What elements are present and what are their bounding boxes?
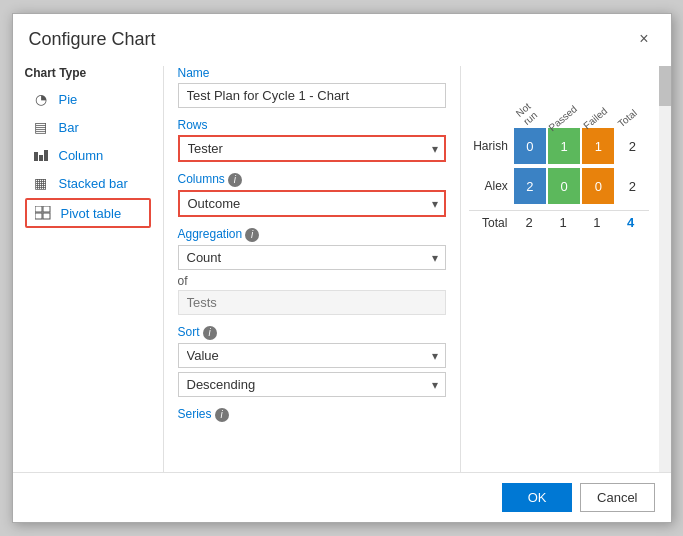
cell-alex-total: 2 [616, 168, 648, 204]
sort-info-icon: i [203, 326, 217, 340]
total-row-label: Total [469, 216, 514, 230]
table-row: Harish 0 1 1 2 [469, 128, 649, 164]
aggregation-select-wrapper: Count [178, 245, 446, 270]
sort-select-wrapper: Value [178, 343, 446, 368]
stacked-bar-icon: ▦ [31, 175, 51, 191]
row-label-alex: Alex [469, 179, 514, 193]
svg-rect-1 [39, 155, 43, 161]
aggregation-field-label: Aggregationi [178, 227, 446, 242]
dialog-footer: OK Cancel [13, 472, 671, 522]
chart-type-panel: Chart Type ◔ Pie ▤ Bar Column [13, 66, 163, 472]
ok-button[interactable]: OK [502, 483, 572, 512]
bar-label: Bar [59, 120, 79, 135]
chart-type-stacked-bar[interactable]: ▦ Stacked bar [25, 170, 151, 196]
pie-icon: ◔ [31, 91, 51, 107]
of-input [178, 290, 446, 315]
rows-select-wrapper: Tester [178, 135, 446, 162]
series-info-icon: i [215, 408, 229, 422]
scrollbar-track[interactable] [659, 66, 671, 472]
configure-chart-dialog: Configure Chart × Chart Type ◔ Pie ▤ Bar [12, 13, 672, 523]
pivot-table-icon [33, 205, 53, 221]
columns-select[interactable]: Outcome [178, 190, 446, 217]
aggregation-info-icon: i [245, 228, 259, 242]
table-row: Alex 2 0 0 2 [469, 168, 649, 204]
rows-field-label: Rows [178, 118, 446, 132]
cell-harish-total: 2 [616, 128, 648, 164]
pivot-table-preview: Not run Passed Failed Total Harish 0 1 1… [469, 74, 649, 230]
svg-rect-3 [35, 206, 42, 212]
dialog-title: Configure Chart [29, 29, 156, 50]
svg-rect-6 [43, 213, 50, 219]
dialog-header: Configure Chart × [13, 14, 671, 58]
cell-alex-failed: 0 [582, 168, 614, 204]
pie-label: Pie [59, 92, 78, 107]
of-label: of [178, 274, 446, 288]
chart-type-label: Chart Type [25, 66, 151, 80]
columns-select-wrapper: Outcome [178, 190, 446, 217]
sort-dir-select-wrapper: Descending [178, 372, 446, 397]
chart-type-bar[interactable]: ▤ Bar [25, 114, 151, 140]
sort-field-label: Sorti [178, 325, 446, 340]
bar-icon: ▤ [31, 119, 51, 135]
row-label-harish: Harish [469, 139, 514, 153]
close-button[interactable]: × [633, 28, 654, 50]
grand-total: 4 [615, 215, 647, 230]
series-field-label: Seriesi [178, 407, 446, 422]
rows-select[interactable]: Tester [178, 135, 446, 162]
pivot-total-row: Total 2 1 1 4 [469, 210, 649, 230]
chart-preview-panel: Not run Passed Failed Total Harish 0 1 1… [461, 66, 671, 472]
svg-rect-0 [34, 152, 38, 161]
svg-rect-2 [44, 150, 48, 161]
svg-rect-4 [43, 206, 50, 212]
pivot-table-label: Pivot table [61, 206, 122, 221]
stacked-bar-label: Stacked bar [59, 176, 128, 191]
cell-alex-passed: 0 [548, 168, 580, 204]
chart-type-column[interactable]: Column [25, 142, 151, 168]
name-input[interactable] [178, 83, 446, 108]
pivot-column-headers: Not run Passed Failed Total [469, 74, 649, 124]
sort-direction-select[interactable]: Descending [178, 372, 446, 397]
column-icon [31, 147, 51, 163]
svg-rect-5 [35, 213, 42, 219]
columns-info-icon: i [228, 173, 242, 187]
dialog-body: Chart Type ◔ Pie ▤ Bar Column [13, 58, 671, 472]
aggregation-select[interactable]: Count [178, 245, 446, 270]
cancel-button[interactable]: Cancel [580, 483, 654, 512]
name-field-label: Name [178, 66, 446, 80]
cell-alex-notrun: 2 [514, 168, 546, 204]
cell-harish-notrun: 0 [514, 128, 546, 164]
total-passed: 1 [547, 215, 579, 230]
scrollbar-thumb[interactable] [659, 66, 671, 106]
columns-field-label: Columnsi [178, 172, 446, 187]
chart-type-pie[interactable]: ◔ Pie [25, 86, 151, 112]
column-label: Column [59, 148, 104, 163]
sort-select[interactable]: Value [178, 343, 446, 368]
chart-type-pivot-table[interactable]: Pivot table [25, 198, 151, 228]
total-failed: 1 [581, 215, 613, 230]
total-notrun: 2 [513, 215, 545, 230]
config-panel: Name Rows Tester Columnsi Outcome Aggreg… [163, 66, 461, 472]
